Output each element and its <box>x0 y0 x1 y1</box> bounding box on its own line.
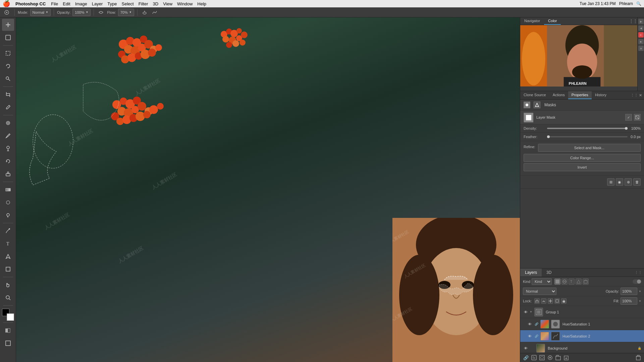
tab-3d[interactable]: 3D <box>542 268 556 277</box>
side-color-mixer[interactable]: C <box>638 32 644 38</box>
filter-adjustment-icon[interactable] <box>561 279 568 285</box>
layer-link-huesat2[interactable]: 🔗 <box>534 334 539 339</box>
gradient-tool[interactable] <box>2 184 14 196</box>
lock-transparent-icon[interactable] <box>534 298 540 304</box>
pixel-mask-icon[interactable] <box>524 102 530 108</box>
lock-image-icon[interactable] <box>541 298 546 304</box>
delete-layer-btn[interactable] <box>635 355 641 361</box>
vector-mask-icon[interactable] <box>534 102 540 108</box>
lock-artboard-icon[interactable] <box>554 298 560 304</box>
opacity-dropdown[interactable]: 100% ▼ <box>72 9 91 16</box>
color-swatches[interactable] <box>2 309 14 321</box>
layer-vis-huesat2[interactable]: 👁 <box>527 334 532 339</box>
path-select-tool[interactable] <box>2 250 14 262</box>
invert-btn[interactable]: Invert <box>524 163 641 171</box>
menu-3d[interactable]: 3D <box>153 1 159 6</box>
color-range-btn[interactable]: Color Range... <box>524 154 641 162</box>
layer-huesat-1[interactable]: 👁 🔗 Hue/Saturation 1 <box>520 318 644 330</box>
menu-edit[interactable]: Edit <box>63 1 70 6</box>
tab-layers[interactable]: Layers <box>520 268 542 277</box>
filter-text-icon[interactable]: T <box>569 279 575 285</box>
layer-huesat-2[interactable]: 👁 🔗 Hue/Saturation 2 <box>520 330 644 342</box>
new-layer-btn[interactable] <box>563 355 569 361</box>
filter-shape-icon[interactable] <box>576 279 582 285</box>
background-color[interactable] <box>7 313 14 321</box>
text-tool[interactable]: T <box>2 238 14 250</box>
delete-mask-btn[interactable] <box>634 114 641 121</box>
prop-grid-view-btn[interactable]: ⊞ <box>607 178 614 186</box>
tab-history[interactable]: History <box>592 91 610 99</box>
apply-mask-btn[interactable]: ✓ <box>625 114 632 121</box>
menu-layer[interactable]: Layer <box>92 1 103 6</box>
add-mask-btn[interactable] <box>539 355 545 361</box>
airbrush-btn[interactable] <box>141 9 149 16</box>
menu-file[interactable]: File <box>51 1 58 6</box>
dodge-tool[interactable] <box>2 209 14 221</box>
tab-color[interactable]: Color <box>544 17 561 25</box>
eraser-tool[interactable] <box>2 168 14 180</box>
prop-delete-btn[interactable]: 🗑 <box>633 178 641 186</box>
prop-link-btn[interactable]: ⊕ <box>625 178 632 186</box>
side-icon-2[interactable]: ◀ <box>638 25 644 31</box>
filter-smart-object-icon[interactable] <box>583 279 589 285</box>
tab-clone-source[interactable]: Clone Source <box>520 91 549 99</box>
blend-mode-dropdown[interactable]: Normal Multiply Screen Overlay <box>523 288 556 295</box>
layer-link-huesat1[interactable]: 🔗 <box>534 321 539 327</box>
eyedropper-tool[interactable] <box>2 101 14 113</box>
layer-background[interactable]: 👁 Background 🔒 <box>520 342 644 353</box>
artboard-tool[interactable] <box>2 32 14 44</box>
add-style-btn[interactable]: fx <box>531 355 537 361</box>
canvas-area[interactable]: 人人素材社区 人人素材社区 人人素材社区 人人素材社区 人人素材社区 人人素材社… <box>16 17 520 362</box>
quick-select-tool[interactable] <box>2 73 14 85</box>
menu-filter[interactable]: Filter <box>139 1 148 6</box>
brush-tool[interactable] <box>2 130 14 142</box>
filter-toggle[interactable] <box>633 279 641 284</box>
move-tool[interactable] <box>2 19 14 31</box>
clone-stamp-tool[interactable] <box>2 142 14 155</box>
select-and-mask-btn[interactable]: Select and Mask... <box>538 144 641 152</box>
layer-vis-group1[interactable]: 👁 <box>523 309 528 315</box>
flow-dropdown[interactable]: 70% ▼ <box>118 9 134 16</box>
menu-window[interactable]: Window <box>177 1 193 6</box>
mode-dropdown[interactable]: Normal ▼ <box>30 9 51 16</box>
nav-panel-options-icon[interactable]: ⋮⋮ <box>629 19 637 23</box>
opacity-input[interactable] <box>621 288 637 295</box>
quick-mask-btn[interactable] <box>2 324 14 337</box>
pressure-opacity-btn[interactable] <box>97 9 105 16</box>
lasso-tool[interactable] <box>2 60 14 72</box>
menu-select[interactable]: Select <box>121 1 133 6</box>
prop-visibility-btn[interactable]: ◉ <box>616 178 623 186</box>
apple-menu[interactable]: 🍎 <box>3 0 10 7</box>
lock-position-icon[interactable] <box>548 298 553 304</box>
layer-vis-bg[interactable]: 👁 <box>523 346 528 351</box>
side-icon-1[interactable]: ▶ <box>638 19 644 24</box>
side-icon-4[interactable]: ■ <box>638 39 644 44</box>
screen-mode-btn[interactable] <box>2 337 14 349</box>
shape-tool[interactable] <box>2 263 14 275</box>
tab-actions[interactable]: Actions <box>549 91 568 99</box>
menu-view[interactable]: View <box>163 1 172 6</box>
smooth-btn[interactable] <box>151 9 159 16</box>
new-group-btn[interactable] <box>555 355 561 361</box>
lock-all-icon[interactable] <box>561 298 567 304</box>
props-panel-options[interactable]: ⋮⋮ <box>631 93 638 98</box>
tab-properties[interactable]: Properties <box>568 91 592 99</box>
history-brush-tool[interactable] <box>2 155 14 167</box>
layer-vis-huesat1[interactable]: 👁 <box>527 321 532 327</box>
side-icon-5[interactable]: ◈ <box>638 46 644 51</box>
blur-tool[interactable] <box>2 196 14 208</box>
fill-input[interactable] <box>621 297 637 305</box>
layers-panel-options[interactable]: ⋮⋮ <box>635 270 642 275</box>
group-arrow-1[interactable]: ▼ <box>530 310 532 313</box>
spot-healing-tool[interactable] <box>2 117 14 129</box>
zoom-tool[interactable] <box>2 292 14 304</box>
search-icon[interactable]: 🔍 <box>636 1 641 6</box>
new-adjustment-btn[interactable] <box>547 355 553 361</box>
pen-tool[interactable] <box>2 225 14 237</box>
tool-preset-picker[interactable] <box>2 8 11 16</box>
hand-tool[interactable] <box>2 279 14 291</box>
menu-image[interactable]: Image <box>75 1 87 6</box>
marquee-tool[interactable] <box>2 47 14 59</box>
props-panel-close[interactable]: ✕ <box>639 93 642 98</box>
layer-group-1[interactable]: 👁 ▼ Group 1 <box>520 306 644 318</box>
